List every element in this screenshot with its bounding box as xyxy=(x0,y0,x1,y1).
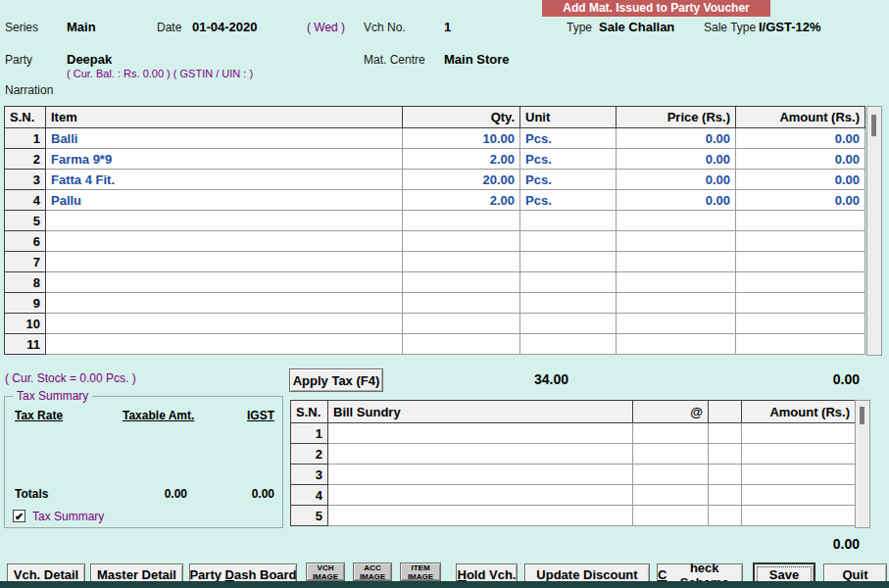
col-price: Price (Rs.) xyxy=(617,107,736,128)
item-image-button[interactable]: ITEM IMAGE xyxy=(400,563,441,581)
price-cell[interactable] xyxy=(617,252,736,272)
price-cell[interactable]: 0.00 xyxy=(617,170,736,190)
amount-cell[interactable] xyxy=(736,314,865,334)
apply-tax-button[interactable]: Apply Tax (F4) xyxy=(289,368,383,392)
bill-sundry-cell[interactable] xyxy=(328,485,633,506)
unit-cell[interactable] xyxy=(520,231,617,252)
amount-cell[interactable] xyxy=(736,211,865,231)
series-value[interactable]: Main xyxy=(67,20,96,34)
item-cell[interactable] xyxy=(46,293,403,314)
item-cell[interactable] xyxy=(46,252,403,272)
bill-sundry-cell[interactable] xyxy=(328,506,633,526)
mat-centre-value[interactable]: Main Store xyxy=(444,52,509,67)
item-cell[interactable] xyxy=(46,272,403,293)
unit-cell[interactable] xyxy=(520,252,617,272)
unit-cell[interactable] xyxy=(520,272,617,293)
qty-cell[interactable]: 2.00 xyxy=(403,190,520,211)
item-cell[interactable] xyxy=(46,334,403,355)
at-rate-cell[interactable] xyxy=(633,444,709,465)
amount-cell[interactable] xyxy=(736,231,865,252)
bill-sundry-table: S.N. Bill Sundry @ Amount (Rs.) 1 2 3 xyxy=(290,400,856,526)
qty-cell[interactable] xyxy=(403,314,520,334)
vch-no-value[interactable]: 1 xyxy=(444,20,451,34)
qty-cell[interactable] xyxy=(403,293,520,314)
unit-cell[interactable]: Pcs. xyxy=(520,128,617,149)
bill-sundry-cell[interactable] xyxy=(328,444,633,465)
at-rate-cell[interactable] xyxy=(633,465,709,485)
row-number: 5 xyxy=(291,506,328,526)
at-rate-cell[interactable] xyxy=(633,423,709,444)
sale-type-value[interactable]: I/GST-12% xyxy=(759,20,821,34)
qty-cell[interactable] xyxy=(403,272,520,293)
tax-summary-checkbox[interactable]: ✔ xyxy=(13,510,25,522)
date-value[interactable]: 01-04-2020 xyxy=(192,20,258,34)
item-cell[interactable]: Pallu xyxy=(46,190,403,211)
price-cell[interactable] xyxy=(617,334,736,355)
item-cell[interactable] xyxy=(46,231,403,252)
qty-cell[interactable]: 20.00 xyxy=(403,170,520,190)
price-cell[interactable]: 0.00 xyxy=(617,190,736,211)
type-value[interactable]: Sale Challan xyxy=(599,20,674,34)
cur-stock-info: ( Cur. Stock = 0.00 Pcs. ) xyxy=(5,371,136,385)
price-cell[interactable] xyxy=(617,211,736,231)
unit-cell[interactable]: Pcs. xyxy=(520,170,617,190)
unit-cell[interactable] xyxy=(520,211,617,231)
blank-cell[interactable] xyxy=(709,444,742,465)
price-cell[interactable] xyxy=(617,231,736,252)
amount-cell[interactable]: 0.00 xyxy=(736,149,865,170)
price-cell[interactable] xyxy=(617,314,736,334)
qty-cell[interactable]: 2.00 xyxy=(403,149,520,170)
at-rate-cell[interactable] xyxy=(633,485,709,506)
item-cell[interactable]: Farma 9*9 xyxy=(46,149,403,170)
item-cell[interactable] xyxy=(46,314,403,334)
acc-image-button[interactable]: ACC IMAGE xyxy=(353,563,392,581)
item-cell[interactable]: Fatta 4 Fit. xyxy=(46,170,403,190)
blank-cell[interactable] xyxy=(709,485,742,506)
amount-cell[interactable]: 0.00 xyxy=(736,170,865,190)
unit-cell[interactable]: Pcs. xyxy=(520,190,617,211)
item-cell[interactable] xyxy=(46,211,403,231)
price-cell[interactable]: 0.00 xyxy=(617,128,736,149)
tax-summary-checkbox-label[interactable]: Tax Summary xyxy=(32,510,104,523)
bill-sundry-scrollbar[interactable] xyxy=(855,400,870,528)
bill-sundry-scrollbar-thumb[interactable] xyxy=(860,407,864,424)
items-scrollbar[interactable] xyxy=(866,106,882,356)
amount-cell[interactable] xyxy=(736,252,865,272)
vch-image-button[interactable]: VCH IMAGE xyxy=(306,563,345,581)
amount-cell[interactable] xyxy=(742,423,856,444)
unit-cell[interactable] xyxy=(520,314,617,334)
amount-cell[interactable] xyxy=(736,272,865,293)
narration-label: Narration xyxy=(5,83,53,97)
total-amount: 0.00 xyxy=(833,371,860,387)
amount-cell[interactable] xyxy=(742,506,856,526)
unit-cell[interactable] xyxy=(520,334,617,355)
unit-cell[interactable] xyxy=(520,293,617,314)
amount-cell[interactable] xyxy=(742,485,856,506)
qty-cell[interactable] xyxy=(403,211,520,231)
amount-cell[interactable] xyxy=(736,293,865,314)
bill-sundry-cell[interactable] xyxy=(328,465,633,485)
blank-cell[interactable] xyxy=(709,423,742,444)
amount-cell[interactable] xyxy=(742,465,856,485)
amount-cell[interactable] xyxy=(736,334,865,355)
item-cell[interactable]: Balli xyxy=(46,128,403,149)
series-label: Series xyxy=(5,21,38,34)
bill-sundry-cell[interactable] xyxy=(328,423,633,444)
party-value[interactable]: Deepak xyxy=(67,52,112,67)
amount-cell[interactable]: 0.00 xyxy=(736,190,865,211)
amount-cell[interactable]: 0.00 xyxy=(736,128,865,149)
qty-cell[interactable]: 10.00 xyxy=(403,128,520,149)
at-rate-cell[interactable] xyxy=(633,506,709,526)
blank-cell[interactable] xyxy=(709,506,742,526)
blank-cell[interactable] xyxy=(709,465,742,485)
unit-cell[interactable]: Pcs. xyxy=(520,149,617,170)
qty-cell[interactable] xyxy=(403,231,520,252)
qty-cell[interactable] xyxy=(403,252,520,272)
price-cell[interactable] xyxy=(617,293,736,314)
qty-cell[interactable] xyxy=(403,334,520,355)
row-number: 11 xyxy=(5,334,46,355)
price-cell[interactable] xyxy=(617,272,736,293)
items-scrollbar-thumb[interactable] xyxy=(871,115,876,136)
amount-cell[interactable] xyxy=(742,444,856,465)
price-cell[interactable]: 0.00 xyxy=(617,149,736,170)
